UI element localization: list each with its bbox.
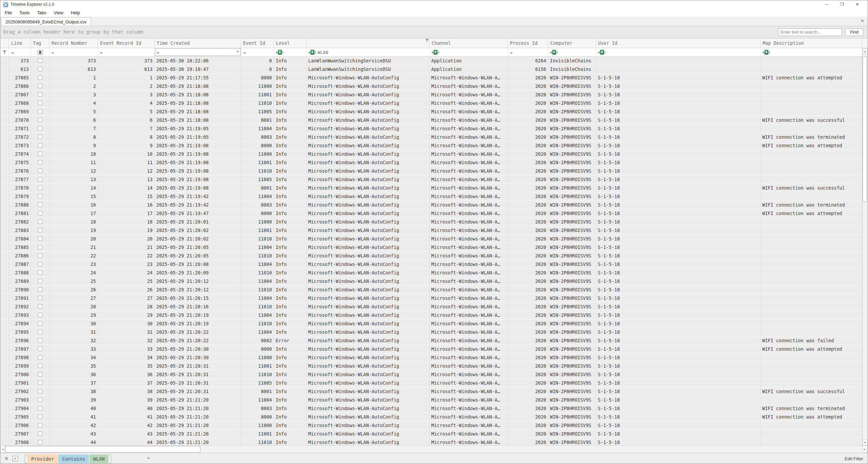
tag-checkbox[interactable] [38,431,42,436]
table-row[interactable]: 2789733332025-05-29 21:20:308000InfoMicr… [0,345,862,353]
table-row[interactable]: 2790238382025-05-29 21:20:318001InfoMicr… [0,387,862,396]
filter-mru-dropdown-icon[interactable] [147,458,150,459]
table-row[interactable]: 27865112025-05-29 21:17:558000InfoMicros… [0,74,862,82]
header-line[interactable]: Line [9,38,31,48]
filter-expression[interactable]: Provider Contains WLAN [25,455,111,463]
menu-view[interactable]: View [51,10,66,15]
tag-checkbox[interactable] [38,126,42,131]
filter-provider[interactable]: aBc WLAN [307,48,430,56]
table-row[interactable]: 2787410102025-05-29 21:19:0811000InfoMic… [0,150,862,158]
table-row[interactable]: 27868442025-05-29 21:18:0811010InfoMicro… [0,99,862,108]
tag-checkbox[interactable] [38,414,42,419]
filter-line[interactable]: = [9,48,31,56]
table-row[interactable]: 2789127272025-05-29 21:20:1511004InfoMic… [0,294,862,303]
tag-checkbox[interactable] [38,186,42,190]
header-event-record-id[interactable]: Event Record Id [98,38,155,48]
table-row[interactable]: 27866222025-05-29 21:18:0811000InfoMicro… [0,82,862,91]
header-user-id[interactable]: User Id [596,38,761,48]
tag-checkbox[interactable] [38,381,42,385]
scroll-right-icon[interactable]: ► [862,445,867,453]
table-row[interactable]: 2787814142025-05-29 21:19:088001InfoMicr… [0,184,862,192]
table-row[interactable]: 2790339392025-05-29 21:21:2011004InfoMic… [0,396,862,404]
table-row[interactable]: 27872882025-05-29 21:19:058003InfoMicros… [0,133,862,141]
restore-button[interactable]: ❐ [834,0,850,8]
tag-checkbox[interactable] [38,245,42,249]
table-row[interactable]: 2788218182025-05-29 21:20:0111000InfoMic… [0,218,862,226]
filter-process-id[interactable]: = [508,48,548,56]
header-tag[interactable]: Tag [31,38,50,48]
filter-event-id[interactable]: = [241,48,274,56]
table-row[interactable]: 2790541412025-05-29 21:21:208000InfoMicr… [0,413,862,421]
tag-checkbox[interactable] [38,440,42,444]
tag-checkbox[interactable] [38,338,42,343]
tag-checkbox[interactable] [38,169,42,173]
tag-checkbox[interactable] [38,177,42,181]
table-row[interactable]: 2788622222025-05-29 21:20:0511010InfoMic… [0,252,862,260]
tag-checkbox[interactable] [38,364,42,368]
filter-operator-chip[interactable]: Contains [58,455,88,463]
tag-checkbox[interactable] [38,253,42,258]
table-row[interactable]: 2789228282025-05-29 21:20:1611010InfoMic… [0,303,862,311]
table-row[interactable]: 2789531312025-05-29 21:20:2211004InfoMic… [0,328,862,336]
tag-checkbox[interactable] [38,313,42,317]
tag-checkbox[interactable] [38,406,42,410]
filter-field-chip[interactable]: Provider [27,455,58,463]
table-row[interactable]: 3733733732025-05-30 18:22:060InfoLanWlan… [0,57,862,65]
table-row[interactable]: 2790036362025-05-29 21:20:3111010InfoMic… [0,370,862,379]
chevron-down-icon[interactable] [236,51,239,53]
tag-checkbox[interactable] [38,423,42,427]
table-row[interactable]: 2789329292025-05-29 21:20:1911004InfoMic… [0,311,862,320]
table-row[interactable]: 2788824242025-05-29 21:20:0911010InfoMic… [0,269,862,277]
tag-checkbox[interactable] [38,194,42,198]
table-row[interactable]: 2789430302025-05-29 21:20:1911010InfoMic… [0,320,862,328]
table-row[interactable]: 2788016162025-05-29 21:19:428003InfoMicr… [0,201,862,209]
filter-computer[interactable]: aBc [548,48,596,56]
filter-event-record-id[interactable]: = [98,48,155,56]
scroll-down-icon[interactable]: ▼ [863,439,867,445]
tag-checkbox[interactable] [38,296,42,300]
tag-checkbox[interactable] [38,202,42,207]
tag-checkbox[interactable] [38,355,42,360]
filter-record-number[interactable]: = [50,48,98,56]
filter-user-id[interactable]: aBc [596,48,761,56]
filter-time-created[interactable]: = [155,48,241,56]
table-row[interactable]: 2788117172025-05-29 21:19:478000InfoMicr… [0,209,862,218]
table-row[interactable]: 2790743432025-05-29 21:21:2011001InfoMic… [0,430,862,438]
find-button[interactable]: Find [845,28,863,36]
tag-checkbox[interactable] [38,92,42,97]
search-input[interactable] [778,28,842,36]
tag-checkbox[interactable] [38,219,42,224]
tag-checkbox[interactable] [38,347,42,351]
table-row[interactable]: 27873992025-05-29 21:19:088000InfoMicros… [0,141,862,150]
tag-checkbox[interactable] [38,118,42,122]
tag-checkbox[interactable] [38,67,42,71]
header-event-id[interactable]: Event Id [241,38,274,48]
tab-active-csv[interactable]: 20250808095649_EvtxECmd_Output.csv [1,17,91,26]
tag-checkbox[interactable] [38,321,42,326]
horizontal-scrollbar-thumb[interactable] [5,446,200,452]
table-row[interactable]: 2789935352025-05-29 21:20:3111001InfoMic… [0,362,862,370]
tag-checkbox[interactable] [38,58,42,63]
table-row[interactable]: 2788723232025-05-29 21:20:0811004InfoMic… [0,260,862,269]
header-level[interactable]: Level [274,38,307,48]
menu-help[interactable]: Help [68,10,83,15]
indeterminate-checkbox-icon[interactable] [38,50,43,55]
header-channel[interactable]: Channel [430,38,508,48]
horizontal-scrollbar[interactable] [0,445,862,453]
table-row[interactable]: 2789026262025-05-29 21:20:1211010InfoMic… [0,286,862,294]
tag-checkbox[interactable] [38,75,42,80]
vertical-scrollbar-thumb[interactable] [863,57,867,202]
menu-file[interactable]: File [2,10,15,15]
filter-map-description[interactable]: aBc [761,48,862,56]
header-computer[interactable]: Computer [548,38,596,48]
tag-checkbox[interactable] [38,304,42,309]
menu-tools[interactable]: Tools [16,10,33,15]
header-process-id[interactable]: Process Id [508,38,548,48]
tag-checkbox[interactable] [38,262,42,266]
table-row[interactable]: 27870662025-05-29 21:18:088001InfoMicros… [0,116,862,124]
scroll-left-icon[interactable]: ◄ [0,445,5,453]
table-row[interactable]: 2790844442025-05-29 21:21:2011010InfoMic… [0,438,862,445]
tag-checkbox[interactable] [38,236,42,241]
scroll-up-icon[interactable]: ▲ [863,48,867,54]
table-row[interactable]: 6136136132025-05-30 19:10:470InfoLanWlan… [0,65,862,74]
